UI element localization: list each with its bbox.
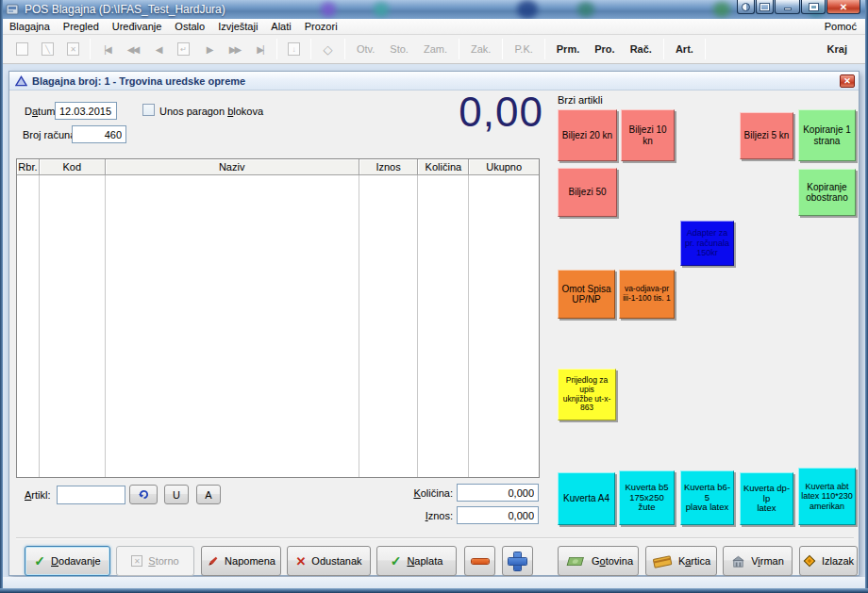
quick-article-kopiranje-obostrano[interactable]: Kopiranje obostrano [798, 169, 856, 216]
menu-item-pregled[interactable]: Pregled [57, 20, 106, 33]
virman-button[interactable]: Virman [723, 546, 793, 576]
quick-article-adapter[interactable]: Adapter za pr. računala 150kr [680, 221, 734, 266]
kolicina-label: Količina: [359, 487, 453, 499]
toolbar-button-sto[interactable]: Sto. [382, 41, 416, 58]
window-title: POS Blagajna (D:\IFAS_Test_HardJura) [25, 3, 225, 16]
gotovina-button[interactable]: Gotovina [558, 546, 639, 576]
nav-last-button[interactable]: ▶| [247, 38, 273, 60]
iznos-label: Iznos: [359, 510, 453, 521]
child-titlebar: Blagajna broj: 1 - Trgovina uredske opre… [9, 72, 859, 91]
doc-icon-3[interactable]: ✕ [60, 38, 86, 60]
window-frame-left [0, 0, 3, 593]
nav-prev-button[interactable]: ◀ [145, 38, 171, 60]
table-header-ukupno[interactable]: Ukupno [469, 159, 539, 175]
quick-article-biljezi-20kn[interactable]: Biljezi 20 kn [558, 109, 617, 161]
datum-input[interactable] [55, 102, 117, 120]
glass-blob [374, 2, 389, 17]
table-column [40, 175, 106, 477]
titlebar-extra-button-2[interactable] [756, 0, 774, 14]
toolbar-button-art[interactable]: Art. [668, 41, 701, 58]
broj-racuna-input[interactable] [72, 125, 126, 143]
doc-icon-1[interactable] [9, 38, 35, 60]
toolbar-separator [544, 39, 545, 59]
glass-blob [713, 2, 730, 17]
storno-button[interactable]: ✕ Storno [116, 546, 194, 576]
quick-article-prijedlog[interactable]: Prijedlog za upis uknjižbe ut-x-863 [558, 369, 616, 420]
quick-article-omot-spisa[interactable]: Omot Spisa UP/NP [558, 270, 615, 319]
toolbar-button-zam[interactable]: Zam. [416, 41, 455, 58]
quick-article-kuverta-a4[interactable]: Kuverta A4 [558, 472, 615, 525]
nav-doc-icon[interactable]: ↵ [171, 38, 196, 60]
menu-item-pomoc[interactable]: Pomoć [816, 20, 865, 33]
close-icon: ✕ [843, 76, 851, 86]
close-button[interactable]: ✕ [826, 0, 860, 14]
dodavanje-button[interactable]: ✓ Dodavanje [25, 546, 110, 576]
table-header-naziv[interactable]: Naziv [106, 159, 359, 175]
app-icon [6, 3, 19, 16]
naplata-label: Naplata [407, 555, 442, 567]
napomena-button[interactable]: Napomena [201, 546, 281, 576]
menu-item-ostalo[interactable]: Ostalo [168, 20, 211, 33]
pen-icon [207, 555, 219, 568]
gadget-icon [742, 3, 750, 11]
table-header-iznos[interactable]: Iznos [359, 159, 419, 175]
plus-button[interactable] [502, 546, 533, 576]
doc-icon-2[interactable]: ╲ [35, 38, 60, 60]
toolbar-button-zak[interactable]: Zak. [463, 41, 498, 58]
menu-item-alati[interactable]: Alati [264, 20, 297, 33]
quick-article-kopiranje-1-strana[interactable]: Kopiranje 1 strana [798, 109, 856, 161]
quick-article-biljezi-5kn[interactable]: Biljezi 5 kn [740, 112, 793, 159]
u-button[interactable]: U [164, 485, 189, 504]
table-header-kolicina[interactable]: Količina [418, 159, 469, 175]
toolbar-button-rac[interactable]: Rač. [623, 41, 659, 58]
titlebar-extra-button-1[interactable] [737, 0, 755, 14]
menu-item-blagajna[interactable]: Blagajna [3, 20, 57, 33]
nav-next-button[interactable]: ▶ [196, 38, 222, 60]
quick-article-kuverta-b6-5[interactable]: Kuverta b6-5 plava latex [680, 470, 734, 525]
toolbar-button-pk[interactable]: P.K. [507, 41, 540, 58]
quick-article-kuverta-dp-lp[interactable]: Kuverta dp-lp latex [740, 472, 793, 525]
nav-first-button[interactable]: |◀ [94, 38, 120, 60]
artikl-input[interactable] [57, 486, 125, 504]
export-icon-button[interactable]: ↓ [281, 38, 307, 60]
toolbar-separator [663, 39, 664, 59]
menu-item-prozori[interactable]: Prozori [298, 20, 344, 33]
toolbar-button-pro[interactable]: Pro. [587, 41, 622, 58]
menu-item-uredivanje[interactable]: Uređivanje [106, 20, 169, 33]
warning-triangle-icon [15, 75, 27, 87]
toolbar-separator [502, 39, 503, 59]
nav-fast-prev-button[interactable]: ◀◀ [120, 38, 145, 60]
diamond-icon [803, 554, 816, 568]
toolbar-button-prm[interactable]: Prm. [549, 41, 587, 58]
child-close-button[interactable]: ✕ [840, 74, 855, 88]
table-header-kod[interactable]: Kod [40, 159, 106, 175]
kolicina-input[interactable] [457, 484, 539, 502]
quick-article-biljezi-10kn[interactable]: Biljezi 10 kn [621, 109, 675, 161]
minimize-button[interactable] [775, 0, 800, 14]
nav-fast-next-button[interactable]: ▶▶ [222, 38, 247, 60]
menu-item-izvjestaji[interactable]: Izvještaji [211, 20, 264, 33]
toolbar-separator [344, 39, 345, 59]
toolbar-button-otv[interactable]: Otv. [349, 41, 382, 58]
iznos-input[interactable] [457, 506, 539, 524]
odustanak-button[interactable]: ✕ Odustanak [287, 546, 371, 576]
paragon-checkbox[interactable] [142, 104, 155, 116]
quick-article-kuverta-abt[interactable]: Kuverta abt latex 110*230 amerikan [798, 468, 856, 525]
quick-article-odjava[interactable]: va-odjava-pr iii-1-100 tis. 1 [619, 270, 675, 319]
eraser-icon-button[interactable]: ◇ [315, 38, 341, 60]
quick-article-biljezi-50[interactable]: Biljezi 50 [558, 168, 617, 217]
toolbar-separator [276, 39, 277, 59]
naplata-button[interactable]: ✓ Naplata [376, 546, 457, 576]
toolbar-button-kraj[interactable]: Kraj [816, 41, 859, 58]
izlazak-button[interactable]: Izlazak [799, 546, 858, 576]
window-frame-bottom [0, 588, 868, 593]
table-header-rbr[interactable]: Rbr. [17, 159, 40, 175]
minus-button[interactable] [464, 546, 495, 576]
table-column [418, 175, 469, 477]
maximize-button[interactable] [801, 0, 826, 14]
gotovina-label: Gotovina [592, 555, 633, 567]
a-button[interactable]: A [196, 485, 221, 504]
quick-article-kuverta-b5[interactable]: Kuverta b5 175x250 žute [619, 470, 675, 525]
artikl-lookup-button[interactable] [129, 485, 158, 504]
kartica-button[interactable]: Kartica [645, 546, 717, 576]
